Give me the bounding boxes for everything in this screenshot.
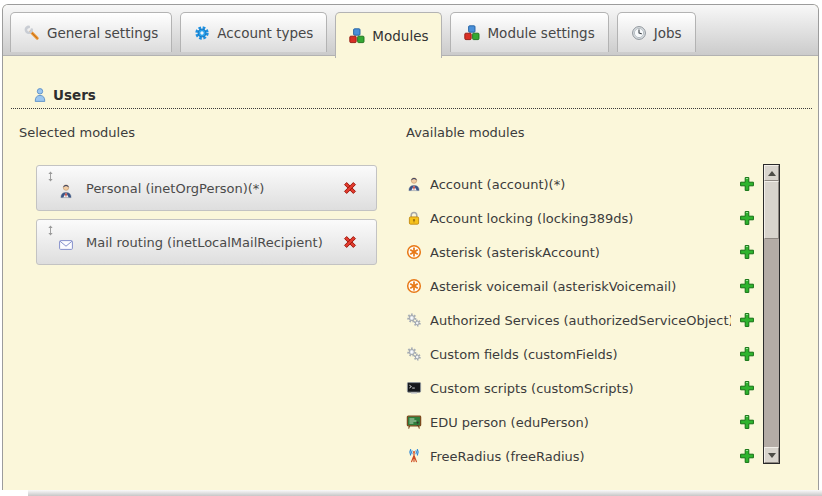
add-module-button[interactable] xyxy=(739,312,755,328)
drag-icon xyxy=(45,225,56,236)
available-module-row: Asterisk voicemail (asteriskVoicemail) xyxy=(406,269,755,303)
x-icon xyxy=(342,234,358,250)
selected-module-card[interactable]: Mail routing (inetLocalMailRecipient) xyxy=(36,219,377,265)
modules-tab-content: Users Selected modules Available modules… xyxy=(3,57,818,490)
drag-icon xyxy=(45,171,56,182)
available-module-row: Account (account)(*) xyxy=(406,167,755,201)
available-module-row: Custom fields (customFields) xyxy=(406,337,755,371)
mail-icon xyxy=(58,237,74,253)
available-module-row: Asterisk (asteriskAccount) xyxy=(406,235,755,269)
modules-icon xyxy=(464,25,480,41)
remove-module-button[interactable] xyxy=(342,234,358,250)
plus-icon xyxy=(739,346,755,362)
available-module-row: Authorized Services (authorizedServiceOb… xyxy=(406,303,755,337)
plus-icon xyxy=(739,414,755,430)
settings-window: General settingsAccount typesModulesModu… xyxy=(2,4,819,490)
plus-icon xyxy=(739,278,755,294)
selected-module-card[interactable]: Personal (inetOrgPerson)(*) xyxy=(36,165,377,211)
tab-account-types[interactable]: Account types xyxy=(180,12,327,52)
gears-icon xyxy=(406,346,422,362)
section-title: Users xyxy=(53,87,96,103)
plus-icon xyxy=(739,176,755,192)
plus-icon xyxy=(739,312,755,328)
available-modules-list: Account (account)(*)Account locking (loc… xyxy=(406,167,755,473)
available-module-row: Account locking (locking389ds) xyxy=(406,201,755,235)
available-module-label: Asterisk voicemail (asteriskVoicemail) xyxy=(430,279,731,294)
remove-module-button[interactable] xyxy=(342,180,358,196)
available-module-label: EDU person (eduPerson) xyxy=(430,415,731,430)
drag-handle[interactable] xyxy=(45,171,56,182)
available-module-row: Custom scripts (customScripts) xyxy=(406,371,755,405)
plus-icon xyxy=(739,380,755,396)
available-module-row: FreeRadius (freeRadius) xyxy=(406,439,755,473)
triangle-up-icon xyxy=(768,171,776,176)
plus-icon xyxy=(739,448,755,464)
triangle-down-icon xyxy=(768,453,776,458)
selected-modules-list: Personal (inetOrgPerson)(*)Mail routing … xyxy=(36,165,377,273)
scroll-up-button[interactable] xyxy=(764,165,779,181)
available-module-label: FreeRadius (freeRadius) xyxy=(430,449,731,464)
plus-icon xyxy=(739,244,755,260)
available-modules-label: Available modules xyxy=(406,125,524,140)
tab-bar: General settingsAccount typesModulesModu… xyxy=(3,5,818,56)
available-module-label: Asterisk (asteriskAccount) xyxy=(430,245,731,260)
tab-general-settings[interactable]: General settings xyxy=(10,12,172,52)
page-bottom-edge xyxy=(28,490,822,496)
person-icon xyxy=(406,176,422,192)
add-module-button[interactable] xyxy=(739,346,755,362)
wrench-icon xyxy=(24,25,40,41)
add-module-button[interactable] xyxy=(739,176,755,192)
modules-icon xyxy=(349,28,365,44)
tab-label: Jobs xyxy=(654,25,682,41)
scrollbar[interactable] xyxy=(763,164,780,464)
selected-module-label: Personal (inetOrgPerson)(*) xyxy=(86,181,264,196)
tab-modules[interactable]: Modules xyxy=(335,12,442,58)
person-icon xyxy=(58,183,74,199)
lock-icon xyxy=(406,210,422,226)
scrollbar-thumb[interactable] xyxy=(764,181,779,239)
selected-modules-label: Selected modules xyxy=(19,125,135,140)
add-module-button[interactable] xyxy=(739,210,755,226)
users-section-heading: Users xyxy=(11,87,812,109)
asterisk-icon xyxy=(406,278,422,294)
add-module-button[interactable] xyxy=(739,278,755,294)
tab-label: Module settings xyxy=(487,25,594,41)
available-module-label: Custom scripts (customScripts) xyxy=(430,381,731,396)
add-module-button[interactable] xyxy=(739,414,755,430)
terminal-icon xyxy=(406,380,422,396)
add-module-button[interactable] xyxy=(739,244,755,260)
gears-icon xyxy=(406,312,422,328)
user-icon xyxy=(32,87,48,103)
chalkboard-icon xyxy=(406,414,422,430)
x-icon xyxy=(342,180,358,196)
available-module-label: Custom fields (customFields) xyxy=(430,347,731,362)
gear-icon xyxy=(194,25,210,41)
plus-icon xyxy=(739,210,755,226)
tab-label: Modules xyxy=(372,28,428,44)
available-module-label: Account locking (locking389ds) xyxy=(430,211,731,226)
clock-icon xyxy=(631,25,647,41)
available-module-label: Authorized Services (authorizedServiceOb… xyxy=(430,313,731,328)
scroll-down-button[interactable] xyxy=(764,447,779,463)
asterisk-icon xyxy=(406,244,422,260)
available-module-row: EDU person (eduPerson) xyxy=(406,405,755,439)
add-module-button[interactable] xyxy=(739,448,755,464)
drag-handle[interactable] xyxy=(45,225,56,236)
tab-label: General settings xyxy=(47,25,158,41)
antenna-icon xyxy=(406,448,422,464)
selected-module-label: Mail routing (inetLocalMailRecipient) xyxy=(86,235,323,250)
add-module-button[interactable] xyxy=(739,380,755,396)
tab-jobs[interactable]: Jobs xyxy=(617,12,696,52)
available-module-label: Account (account)(*) xyxy=(430,177,731,192)
tab-module-settings[interactable]: Module settings xyxy=(450,12,608,52)
tab-label: Account types xyxy=(217,25,313,41)
